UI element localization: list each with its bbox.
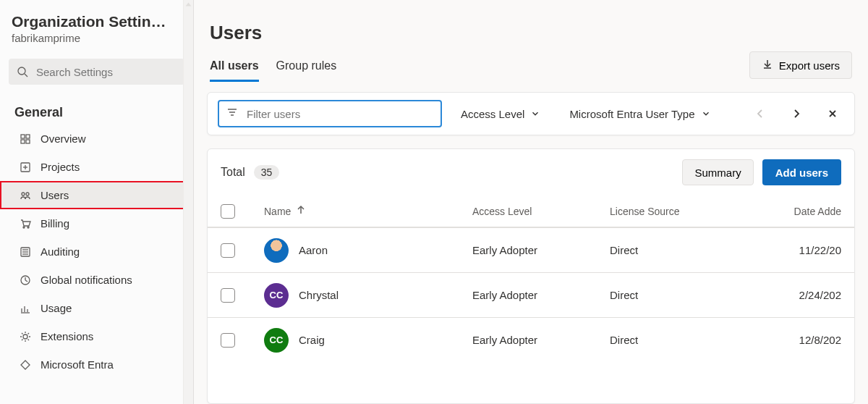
chart-icon xyxy=(19,302,32,315)
plus-box-icon xyxy=(19,161,32,174)
date-added: 11/22/20 xyxy=(747,244,841,256)
gear-icon xyxy=(19,330,32,343)
row-checkbox[interactable] xyxy=(221,333,235,348)
tab-group-rules[interactable]: Group rules xyxy=(276,54,337,80)
sidebar-item-extensions[interactable]: Extensions xyxy=(0,322,193,350)
svg-line-19 xyxy=(25,280,27,282)
row-checkbox[interactable] xyxy=(221,288,235,303)
access-level: Early Adopter xyxy=(472,289,610,301)
avatar xyxy=(264,238,289,263)
svg-rect-5 xyxy=(26,140,30,143)
user-name: Craig xyxy=(299,334,325,346)
list-icon xyxy=(19,245,32,258)
bell-icon xyxy=(19,274,32,287)
license-source: Direct xyxy=(610,244,747,256)
table-header: Name Access Level License Source Date Ad… xyxy=(208,195,854,227)
sidebar-item-label: Projects xyxy=(41,161,80,173)
export-users-label: Export users xyxy=(779,59,840,72)
sidebar-item-usage[interactable]: Usage xyxy=(0,294,193,322)
sidebar-item-projects[interactable]: Projects xyxy=(0,153,193,181)
table-row[interactable]: CCChrystalEarly AdopterDirect2/24/202 xyxy=(208,272,854,317)
svg-point-12 xyxy=(27,227,29,228)
avatar: CC xyxy=(264,283,289,308)
row-checkbox[interactable] xyxy=(221,243,235,258)
chevron-down-icon xyxy=(530,109,540,119)
search-icon xyxy=(16,65,29,78)
filter-chip-label: Access Level xyxy=(461,108,524,120)
sidebar-item-label: Usage xyxy=(41,302,72,314)
filter-icon xyxy=(226,106,238,121)
sidebar-item-overview[interactable]: Overview xyxy=(0,125,193,153)
svg-rect-2 xyxy=(21,135,25,138)
filter-prev-button[interactable] xyxy=(749,102,772,125)
date-added: 2/24/202 xyxy=(747,289,841,301)
date-added: 12/8/202 xyxy=(747,334,841,346)
sidebar-item-global-notifications[interactable]: Global notifications xyxy=(0,266,193,294)
filter-clear-button[interactable] xyxy=(821,102,844,125)
add-users-button[interactable]: Add users xyxy=(762,159,841,185)
user-name: Aaron xyxy=(299,244,328,256)
svg-rect-3 xyxy=(26,135,30,138)
sidebar-item-auditing[interactable]: Auditing xyxy=(0,237,193,266)
user-name: Chrystal xyxy=(299,289,339,301)
sort-asc-icon xyxy=(295,204,307,218)
total-count: 35 xyxy=(254,165,280,180)
col-access[interactable]: Access Level xyxy=(472,206,610,217)
svg-point-11 xyxy=(23,227,25,228)
export-users-button[interactable]: Export users xyxy=(749,51,852,79)
sidebar-item-users[interactable]: Users xyxy=(0,181,193,209)
sidebar: Organization Settin… fabrikamprime Gener… xyxy=(0,0,194,404)
org-settings-title: Organization Settin… xyxy=(12,13,182,30)
filter-microsoft-entra-user-type[interactable]: Microsoft Entra User Type xyxy=(563,104,716,125)
svg-point-10 xyxy=(26,193,29,195)
sidebar-item-label: Users xyxy=(41,189,69,201)
sidebar-item-label: Billing xyxy=(41,217,69,230)
sidebar-item-label: Extensions xyxy=(41,330,93,342)
page-title: Users xyxy=(210,22,262,44)
diamond-icon xyxy=(19,358,32,371)
summary-button[interactable]: Summary xyxy=(682,159,753,185)
tabs: All usersGroup rules xyxy=(194,54,352,82)
access-level: Early Adopter xyxy=(472,334,610,346)
svg-rect-4 xyxy=(21,140,25,143)
sidebar-nav: OverviewProjectsUsersBillingAuditingGlob… xyxy=(0,125,193,379)
sidebar-item-microsoft-entra[interactable]: Microsoft Entra xyxy=(0,350,193,379)
avatar: CC xyxy=(264,328,289,353)
sidebar-item-billing[interactable]: Billing xyxy=(0,209,193,237)
col-license[interactable]: License Source xyxy=(610,206,747,217)
org-name: fabrikamprime xyxy=(12,32,182,44)
filter-bar: Access LevelMicrosoft Entra User Type xyxy=(207,92,855,135)
sidebar-section-general: General xyxy=(0,92,193,125)
col-name[interactable]: Name xyxy=(264,206,291,217)
col-date[interactable]: Date Adde xyxy=(747,206,841,217)
svg-point-9 xyxy=(22,193,25,195)
filter-access-level[interactable]: Access Level xyxy=(455,104,546,125)
chevron-down-icon xyxy=(701,109,711,119)
cart-icon xyxy=(19,217,32,230)
search-settings[interactable] xyxy=(9,59,184,85)
sidebar-item-label: Overview xyxy=(41,132,86,145)
svg-point-0 xyxy=(18,67,25,75)
license-source: Direct xyxy=(610,334,747,346)
table-row[interactable]: AaronEarly AdopterDirect11/22/20 xyxy=(208,227,854,272)
sidebar-scrollbar[interactable] xyxy=(183,0,193,404)
svg-line-1 xyxy=(25,74,27,77)
main: Users All usersGroup rules Export users … xyxy=(194,0,868,404)
license-source: Direct xyxy=(610,289,747,301)
filter-users-input[interactable] xyxy=(245,107,433,121)
users-panel: Total 35 Summary Add users Name Access L… xyxy=(207,148,855,404)
grid-icon xyxy=(19,132,32,146)
filter-users-input-wrap[interactable] xyxy=(218,100,442,127)
svg-point-24 xyxy=(23,334,27,339)
sidebar-item-label: Auditing xyxy=(41,245,80,258)
sidebar-item-label: Microsoft Entra xyxy=(41,358,114,371)
search-settings-input[interactable] xyxy=(35,65,177,79)
total-label: Total xyxy=(221,166,245,179)
filter-next-button[interactable] xyxy=(785,102,808,125)
table-row[interactable]: CCCraigEarly AdopterDirect12/8/202 xyxy=(208,317,854,362)
filter-chip-label: Microsoft Entra User Type xyxy=(569,108,694,120)
select-all-checkbox[interactable] xyxy=(221,204,235,219)
sidebar-item-label: Global notifications xyxy=(41,274,132,286)
access-level: Early Adopter xyxy=(472,244,610,256)
tab-all-users[interactable]: All users xyxy=(210,54,259,80)
